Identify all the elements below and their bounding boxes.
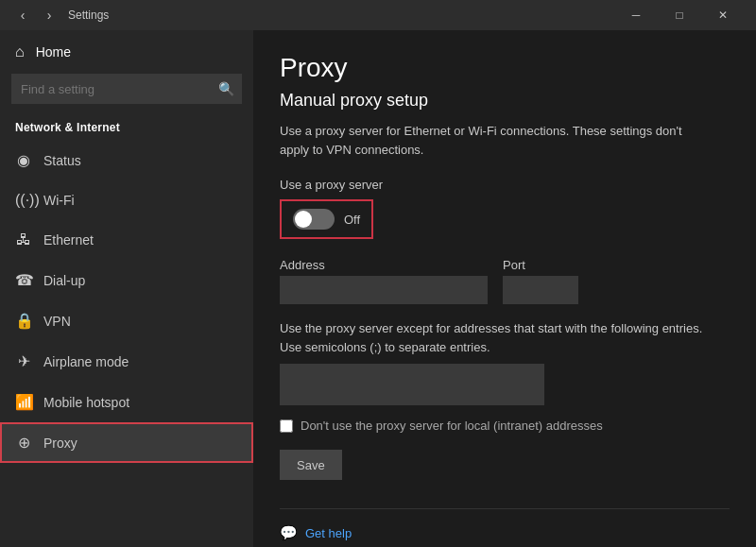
sidebar-item-wifi[interactable]: ((·)) Wi-Fi [0, 180, 253, 220]
maximize-button[interactable]: □ [658, 0, 701, 30]
sidebar-item-airplane[interactable]: ✈ Airplane mode [0, 341, 253, 382]
toggle-container: Off [280, 199, 373, 239]
sidebar-home-item[interactable]: ⌂ Home [0, 30, 253, 74]
sidebar-item-label: Status [43, 153, 81, 168]
section-title: Manual proxy setup [280, 91, 730, 111]
back-button[interactable]: ‹ [11, 4, 34, 26]
checkbox-row: Don't use the proxy server for local (in… [280, 419, 730, 433]
titlebar-nav: ‹ › [11, 4, 60, 26]
dialup-icon: ☎ [15, 271, 32, 289]
close-button[interactable]: ✕ [701, 0, 745, 30]
address-field-group: Address [280, 258, 488, 304]
sidebar-item-proxy[interactable]: ⊕ Proxy [0, 422, 253, 463]
app-body: ⌂ Home 🔍 Network & Internet ◉ Status ((·… [0, 30, 756, 547]
titlebar-left: ‹ › Settings [11, 4, 109, 26]
get-help-link[interactable]: 💬 Get help [280, 524, 730, 541]
toggle-status: Off [344, 213, 360, 227]
titlebar-controls: ─ □ ✕ [614, 0, 745, 30]
sidebar-item-dialup[interactable]: ☎ Dial-up [0, 260, 253, 300]
search-input[interactable] [11, 74, 242, 104]
exceptions-description: Use the proxy server except for addresse… [280, 319, 714, 356]
wifi-icon: ((·)) [15, 192, 32, 209]
toggle-label: Use a proxy server [280, 178, 730, 192]
sidebar-section-title: Network & Internet [0, 113, 253, 140]
sidebar-item-label: Airplane mode [43, 354, 129, 369]
sidebar-item-label: Dial-up [43, 273, 85, 288]
home-icon: ⌂ [15, 43, 25, 60]
exceptions-input[interactable] [280, 364, 544, 405]
ethernet-icon: 🖧 [15, 231, 32, 248]
status-icon: ◉ [15, 151, 32, 169]
vpn-icon: 🔒 [15, 312, 32, 330]
sidebar-item-label: VPN [43, 314, 71, 329]
airplane-icon: ✈ [15, 352, 32, 370]
sidebar-item-label: Ethernet [43, 232, 94, 248]
proxy-icon: ⊕ [15, 434, 32, 452]
titlebar: ‹ › Settings ─ □ ✕ [0, 0, 756, 30]
description-text: Use a proxy server for Ethernet or Wi-Fi… [280, 122, 714, 159]
sidebar-item-hotspot[interactable]: 📶 Mobile hotspot [0, 382, 253, 422]
forward-button[interactable]: › [38, 4, 60, 26]
content-area: Proxy Manual proxy setup Use a proxy ser… [253, 30, 756, 547]
proxy-toggle[interactable] [293, 209, 335, 230]
titlebar-title: Settings [68, 9, 109, 22]
page-title: Proxy [280, 53, 730, 83]
sidebar-item-ethernet[interactable]: 🖧 Ethernet [0, 220, 253, 260]
address-label: Address [280, 258, 488, 272]
minimize-button[interactable]: ─ [614, 0, 658, 30]
help-icon: 💬 [280, 524, 298, 541]
divider [280, 508, 730, 509]
get-help-label: Get help [305, 526, 352, 540]
address-port-row: Address Port [280, 258, 730, 304]
address-input[interactable] [280, 276, 488, 304]
sidebar-item-label: Mobile hotspot [43, 395, 129, 410]
sidebar-home-label: Home [36, 44, 71, 60]
sidebar-item-label: Wi-Fi [43, 193, 75, 208]
sidebar: ⌂ Home 🔍 Network & Internet ◉ Status ((·… [0, 30, 253, 547]
hotspot-icon: 📶 [15, 393, 32, 411]
sidebar-search: 🔍 [11, 74, 242, 104]
port-label: Port [503, 258, 578, 272]
sidebar-item-label: Proxy [43, 436, 77, 451]
sidebar-item-status[interactable]: ◉ Status [0, 140, 253, 180]
save-button[interactable]: Save [280, 450, 342, 480]
port-field-group: Port [503, 258, 578, 304]
intranet-checkbox[interactable] [280, 419, 293, 433]
port-input[interactable] [503, 276, 578, 304]
checkbox-label: Don't use the proxy server for local (in… [301, 419, 603, 433]
sidebar-item-vpn[interactable]: 🔒 VPN [0, 300, 253, 341]
search-icon: 🔍 [218, 81, 234, 96]
